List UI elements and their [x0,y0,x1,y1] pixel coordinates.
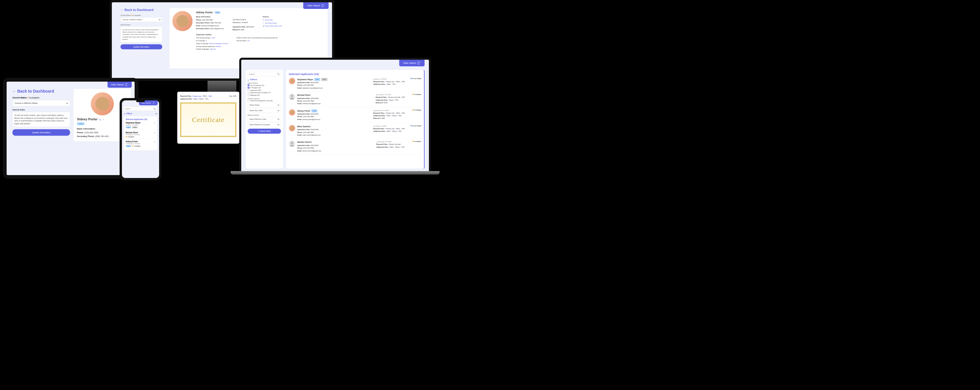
applicant-row[interactable]: Sandra Church Application Date: 03/21/20… [289,139,421,154]
internal-notes-box[interactable]: Ut enim ad minim veniam, quis nostrud ex… [13,112,70,127]
pin-icon [126,134,127,135]
applicant-status: in progress [128,136,134,137]
share-icon[interactable] [419,93,421,96]
update-information-button[interactable]: Update Information [121,44,162,50]
filter-status-option[interactable]: Approved with Conditions (7) [248,91,281,94]
select-zip-codes[interactable]: Select Zip Codes [248,108,281,113]
expiry-label: Exp: 10/8/ [229,94,236,101]
status-dot-icon [410,125,412,126]
applicant-location: Whitestown, IN 46075 [373,109,405,112]
share-icon[interactable] [419,109,421,112]
monitor-stand [208,81,236,92]
share-icon[interactable] [419,78,421,80]
laptop-base [231,171,439,174]
avatar [289,141,295,147]
status-dot-icon [132,15,133,16]
back-to-dashboard-link[interactable]: ←Back to Dashboard [13,89,54,93]
share-icon[interactable] [154,122,155,124]
external-link-icon[interactable] [103,118,105,120]
status-dot-icon [412,109,414,110]
applicant-row[interactable]: Sidney Porter Whitestown, IN 46075 rural… [126,139,155,149]
logout-icon[interactable] [153,102,155,104]
phone-notch [136,100,145,102]
visit-state-notary-link[interactable]: Vist State Notary [265,22,277,24]
applicant-name: Sidney Porter [126,141,138,143]
status-select[interactable]: Choose a Different Status [121,17,162,22]
search-input[interactable] [124,107,157,111]
reset-filters-button[interactable]: ↻Reset Filters [248,129,281,134]
avatar [289,93,295,100]
select-referral-companies[interactable]: Select Referral Companies [248,122,281,127]
logout-icon[interactable] [418,62,420,64]
applicant-name: Micheal Short [297,93,310,97]
greeting-banner[interactable]: Hello Stacie! [108,82,132,88]
applicant-name: Stephanie Meyer [297,78,313,82]
applicant-row[interactable]: Stephanie Meyer Mason, OH 45040 ruraltea… [126,120,155,130]
share-icon[interactable] [154,131,155,134]
chevron-down-icon [277,123,279,125]
logout-icon[interactable] [322,4,325,7]
chevron-down-icon [277,109,279,111]
pin-icon [126,125,127,126]
select-states[interactable]: Select States [248,103,281,107]
applicant-location: Mason, OH 45040 [373,78,405,80]
status-dot-icon [412,93,414,94]
funnel-icon [124,113,126,115]
applicant-location: Whitestown, IN 46075 [126,143,155,144]
filter-rural-only[interactable]: View Rural Applicants Only (18) [248,99,281,102]
laptop: Hello Stacie! Filters Status Options Not… [239,58,431,172]
application-details-header: Application Details [196,34,325,35]
applicant-location: Chicago, IL 60007 [373,125,405,128]
back-to-dashboard-link[interactable]: ← Back to Dashboard [121,8,153,12]
applicant-name: Miles Sanford [297,125,310,128]
external-link-icon [262,21,265,23]
actions-header: Actions [262,16,282,18]
filter-status-option[interactable]: Approved (297) [248,89,281,91]
refresh-icon: ↻ [258,130,260,133]
applicant-row[interactable]: Micheal Short Application Date: 03/21/20… [289,91,421,107]
basic-info-header: Basic Information [196,16,224,18]
status-select[interactable]: Choose a Different Status [13,100,70,106]
applicant-name: Michael Short [126,131,138,134]
status-dot-icon [410,78,412,79]
edit-profile-link[interactable]: Edit Profile [265,19,273,21]
share-icon[interactable] [154,141,155,143]
greeting-text: Hello Stacie! [307,4,320,7]
greeting-banner[interactable]: Hello Stacie! [303,2,329,9]
tag-rural: rural [126,145,131,147]
filters-toggle[interactable]: Filters [124,112,157,115]
update-information-button[interactable]: Update Information [13,129,70,136]
edit-icon[interactable] [99,118,101,120]
edit-icon [262,19,265,21]
search-input[interactable] [248,72,281,76]
files-card: Required Files: ✓Notary Cert ✓BGC ✓W9 Ad… [177,92,239,144]
arrow-left-icon: ← [121,8,124,12]
filters-header[interactable]: Filters [248,78,281,81]
search-icon[interactable] [153,108,156,110]
filter-status-option[interactable]: Not Yet Started (14) [248,84,281,86]
greeting-banner[interactable]: Hello Stacie! [399,60,425,66]
tag-rural: rural [77,122,84,125]
applicant-row[interactable]: Stephanie Meyer ruralteam Application Da… [289,76,421,91]
current-status-value: in progress [133,14,141,16]
share-icon[interactable] [419,125,421,128]
logout-icon[interactable] [126,83,128,86]
filter-status-option[interactable]: Rejected (57) [248,94,281,96]
search-icon[interactable] [277,73,280,75]
applicant-name: Stephanie Meyer [126,122,141,124]
pin-icon [375,94,377,95]
internal-notes-box[interactable]: Ut enim ad minim veniam, quis nostrud ex… [121,27,162,42]
address-line-1: 123 Platte St Apt B [232,18,254,21]
filter-status-option[interactable]: In Progress (5) [248,86,281,89]
chevron-down-icon [159,18,161,20]
applicant-location: Cleveland, OH 44101 [126,134,155,136]
applicant-row[interactable]: Miles Sanford Application Date: 03/21/20… [289,123,421,139]
applicant-row[interactable]: Sidney Porter rural Application Date: 03… [289,107,421,123]
share-icon[interactable] [419,141,421,143]
tag-rural: rural [315,78,320,81]
applicant-row[interactable]: Michael Short Cleveland, OH 44101 in pro… [126,130,155,139]
tag-rural: rural [312,109,317,112]
applicant-name: Sidney Porter [297,109,310,112]
copy-status-link[interactable]: Copy Public Status Link [265,25,282,27]
select-referral-codes[interactable]: Select Referral Codes [248,117,281,121]
